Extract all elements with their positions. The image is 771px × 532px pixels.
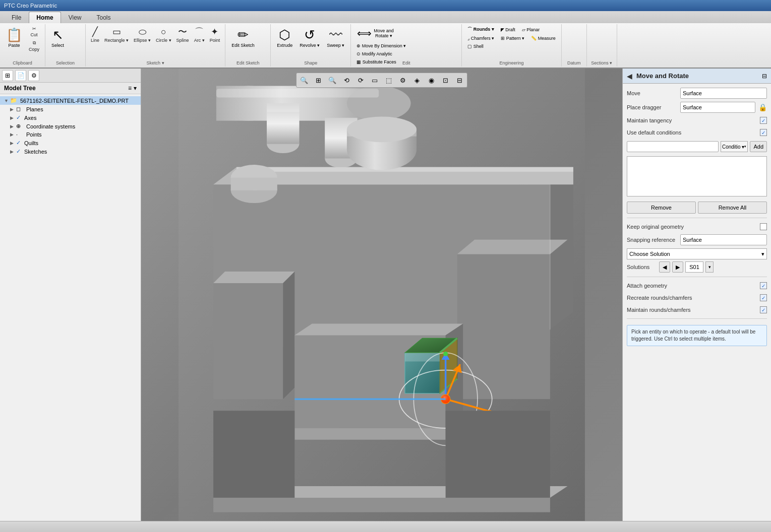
- extrude-button[interactable]: ⬡ Extrude: [274, 25, 295, 50]
- tree-item-points[interactable]: ▶ · Points: [0, 130, 141, 139]
- remove-btn[interactable]: Remove: [627, 202, 696, 214]
- move-label: Move: [627, 90, 677, 96]
- view-mode-btn[interactable]: ⚙: [396, 74, 409, 86]
- display-btn-4[interactable]: ⊟: [453, 74, 466, 86]
- model-tree-title: Model Tree: [4, 85, 36, 92]
- rotate-left-btn[interactable]: ⟲: [340, 74, 353, 86]
- tree-item-axes[interactable]: ▶ ✓ Axes: [0, 113, 141, 122]
- planar-button[interactable]: ▱ Planar: [519, 25, 543, 34]
- solutions-nav-input[interactable]: [685, 261, 703, 273]
- cut-button[interactable]: ✂Cut: [26, 25, 42, 38]
- solutions-nav-next[interactable]: ▶: [672, 261, 683, 273]
- condition-dropdown-btn[interactable]: Conditio ▾ ▾: [721, 141, 748, 152]
- tree-icon-btn-2[interactable]: 📄: [15, 70, 26, 81]
- arc-button[interactable]: ⌒Arc ▾: [192, 25, 207, 44]
- status-bar: [0, 521, 771, 532]
- place-dragger-input[interactable]: [680, 102, 755, 113]
- svg-rect-19: [213, 283, 283, 399]
- paste-button[interactable]: 📋 Paste: [3, 25, 25, 50]
- move-by-dimension-button[interactable]: ⊕ Move By Dimension ▾: [354, 42, 408, 49]
- tree-item-planes[interactable]: ▶ ◻ Planes: [0, 105, 141, 113]
- keep-original-checkbox[interactable]: [760, 223, 767, 230]
- display-btn-1[interactable]: ◈: [410, 74, 424, 86]
- ribbon-group-engineering: ⌒ Rounds ▾ ◤ Draft ▱ Planar ⌟ Chamfers ▾…: [462, 24, 562, 66]
- tree-item-points-label: Points: [26, 131, 42, 138]
- attach-geometry-checkbox[interactable]: [760, 282, 767, 289]
- remove-all-btn[interactable]: Remove All: [698, 202, 767, 214]
- edit-sketch-button[interactable]: ✏ Edit Sketch: [228, 25, 258, 50]
- condition-list: [627, 156, 767, 196]
- svg-rect-30: [231, 177, 277, 190]
- svg-marker-25: [294, 324, 463, 336]
- zoom-in-btn[interactable]: 🔍: [298, 74, 311, 86]
- solutions-nav-prev[interactable]: ◀: [659, 261, 670, 273]
- point-button[interactable]: ✦Point: [208, 25, 222, 44]
- panel-title: Move and Rotate: [636, 72, 689, 80]
- maintain-tangency-checkbox[interactable]: [760, 117, 767, 124]
- title-text: PTC Creo Parametric: [4, 3, 57, 9]
- viewport[interactable]: 🔍 ⊞ 🔍 ⟲ ⟳ ▭ ⬚ ⚙ ◈ ◉ ⊡ ⊟: [141, 69, 622, 521]
- place-dragger-label: Place dragger: [627, 104, 677, 110]
- snapping-reference-input[interactable]: [680, 234, 767, 245]
- use-default-conditions-checkbox[interactable]: [760, 129, 767, 136]
- ellipse-button[interactable]: ⬭Ellipse ▾: [132, 25, 153, 44]
- chamfers-button[interactable]: ⌟ Chamfers ▾: [465, 35, 497, 42]
- tree-item-quilts[interactable]: ▶ ✓ Quilts: [0, 139, 141, 147]
- view-section-btn[interactable]: ⬚: [382, 74, 395, 86]
- main-area: ⊞ 📄 ⚙ Model Tree ≡ ▾ ▼ 📁 5671162-SEITENT…: [0, 69, 771, 521]
- keep-original-row: Keep original geometry: [627, 222, 767, 231]
- tree-item-sketches-label: Sketches: [24, 149, 47, 155]
- tab-file[interactable]: File: [4, 12, 29, 23]
- model-tree-options[interactable]: ≡ ▾: [128, 85, 137, 92]
- ribbon-group-selection: ↖ Select Selection: [45, 24, 86, 66]
- tree-item-planes-label: Planes: [26, 106, 43, 112]
- line-button[interactable]: ╱Line: [89, 25, 101, 44]
- rectangle-button[interactable]: ▭Rectangle ▾: [102, 25, 131, 44]
- copy-button[interactable]: ⧉Copy: [26, 39, 42, 53]
- tree-icon-btn-1[interactable]: ⊞: [2, 70, 13, 81]
- display-btn-3[interactable]: ⊡: [439, 74, 452, 86]
- revolve-button[interactable]: ↺ Revolve ▾: [296, 25, 323, 50]
- pattern-button[interactable]: ⊞ Pattern ▾: [498, 35, 527, 42]
- maintain-rounds-checkbox[interactable]: [760, 306, 767, 313]
- zoom-fit-btn[interactable]: ⊞: [312, 74, 325, 86]
- move-input[interactable]: [680, 88, 767, 99]
- condition-input[interactable]: [627, 141, 719, 152]
- zoom-out-btn[interactable]: 🔍: [326, 74, 339, 86]
- solutions-dropdown-btn[interactable]: Choose Solution ▾: [627, 248, 767, 259]
- select-button[interactable]: ↖ Select: [48, 25, 67, 50]
- add-condition-btn[interactable]: Add: [750, 141, 767, 152]
- solutions-nav-dd[interactable]: ▾: [705, 261, 714, 273]
- display-btn-2[interactable]: ◉: [425, 74, 438, 86]
- move-row: Move: [627, 88, 767, 99]
- move-and-rotate-button[interactable]: ⟺ Move and Rotate ▾: [354, 25, 397, 41]
- tree-item-file[interactable]: ▼ 📁 5671162-SEITENTEIL-FESTL-_DEMO.PRT: [0, 96, 141, 105]
- keep-original-label: Keep original geometry: [627, 224, 684, 230]
- circle-button[interactable]: ○Circle ▾: [154, 25, 173, 44]
- view-box-btn[interactable]: ▭: [368, 74, 381, 86]
- recreate-rounds-checkbox[interactable]: [760, 294, 767, 301]
- measure-button[interactable]: 📏 Measure: [528, 35, 558, 42]
- ribbon-group-shape: ⬡ Extrude ↺ Revolve ▾ 〰 Sweep ▾ Shape: [271, 24, 351, 66]
- rotate-right-btn[interactable]: ⟳: [354, 74, 367, 86]
- tab-view[interactable]: View: [61, 12, 89, 23]
- tree-icon-btn-3[interactable]: ⚙: [28, 70, 39, 81]
- panel-pin-btn[interactable]: ⊟: [762, 73, 767, 80]
- tab-home[interactable]: Home: [29, 12, 61, 23]
- remove-btns-row: Remove Remove All: [627, 202, 767, 214]
- spline-button[interactable]: 〜Spline: [174, 25, 191, 44]
- tree-item-coord[interactable]: ▶ ⊕ Coordinate systems: [0, 122, 141, 130]
- panel-back-btn[interactable]: ◀: [627, 72, 632, 80]
- modify-analytic-button[interactable]: ⊙ Modify Analytic: [354, 50, 408, 57]
- lock-icon[interactable]: 🔒: [758, 103, 767, 111]
- condition-dropdown-arrow: ▾: [744, 145, 746, 149]
- svg-marker-34: [405, 353, 440, 361]
- tree-item-sketches[interactable]: ▶ ✓ Sketches: [0, 147, 141, 156]
- shell-button[interactable]: ▢ Shell: [465, 43, 486, 50]
- svg-marker-23: [457, 240, 568, 254]
- tab-tools[interactable]: Tools: [89, 12, 118, 23]
- sweep-button[interactable]: 〰 Sweep ▾: [324, 25, 347, 50]
- rounds-button[interactable]: ⌒ Rounds ▾: [465, 25, 497, 34]
- draft-button[interactable]: ◤ Draft: [498, 25, 518, 34]
- svg-marker-21: [283, 272, 294, 399]
